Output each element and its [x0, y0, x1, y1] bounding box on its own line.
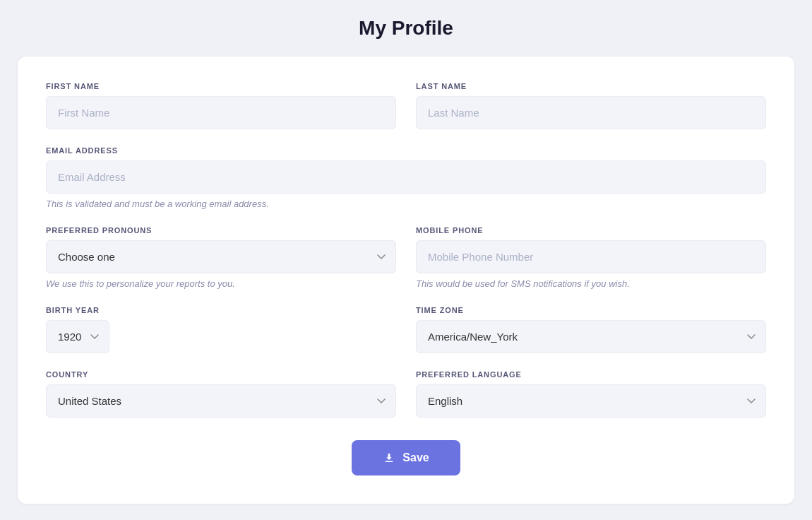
pronouns-label: PREFERRED PRONOUNS [46, 226, 396, 235]
first-name-label: FIRST NAME [46, 82, 396, 90]
email-label: EMAIL ADDRESS [46, 146, 766, 155]
email-helper: This is validated and must be a working … [46, 199, 766, 209]
name-row: FIRST NAME LAST NAME [46, 82, 766, 129]
timezone-group: TIME ZONE America/New_York America/Chica… [416, 306, 766, 353]
last-name-input[interactable] [416, 96, 766, 129]
first-name-input[interactable] [46, 96, 396, 129]
form-actions: Save [46, 440, 766, 475]
pronouns-helper: We use this to personalize your reports … [46, 278, 396, 289]
timezone-label: TIME ZONE [416, 306, 766, 314]
profile-card: FIRST NAME LAST NAME EMAIL ADDRESS This … [18, 57, 794, 504]
pronouns-group: PREFERRED PRONOUNS Choose one He/Him She… [46, 226, 396, 289]
pronouns-select[interactable]: Choose one He/Him She/Her They/Them Pref… [46, 240, 396, 273]
country-group: COUNTRY United States Canada United King… [46, 370, 396, 418]
email-row: EMAIL ADDRESS This is validated and must… [46, 146, 766, 209]
mobile-phone-label: MOBILE PHONE [416, 226, 766, 235]
save-button[interactable]: Save [352, 440, 460, 475]
country-select[interactable]: United States Canada United Kingdom Aust… [46, 384, 396, 418]
mobile-phone-helper: This would be used for SMS notifications… [416, 278, 766, 289]
email-input[interactable] [46, 160, 766, 194]
last-name-label: LAST NAME [416, 82, 766, 90]
pronouns-phone-row: PREFERRED PRONOUNS Choose one He/Him She… [46, 226, 766, 289]
email-group: EMAIL ADDRESS This is validated and must… [46, 146, 766, 209]
country-label: COUNTRY [46, 370, 396, 379]
save-button-label: Save [402, 451, 429, 464]
mobile-phone-input[interactable] [416, 240, 766, 273]
birth-year-group: BIRTH YEAR 1920 1930 1940 1950 1960 1970… [46, 306, 396, 353]
birth-year-select[interactable]: 1920 1930 1940 1950 1960 1970 1980 1990 … [46, 320, 109, 353]
language-label: PREFERRED LANGUAGE [416, 370, 766, 379]
birthyear-timezone-row: BIRTH YEAR 1920 1930 1940 1950 1960 1970… [46, 306, 766, 353]
timezone-select[interactable]: America/New_York America/Chicago America… [416, 320, 766, 353]
first-name-group: FIRST NAME [46, 82, 396, 129]
birth-year-label: BIRTH YEAR [46, 306, 396, 314]
page-title: My Profile [359, 17, 453, 40]
language-group: PREFERRED LANGUAGE English Spanish Frenc… [416, 370, 766, 418]
last-name-group: LAST NAME [416, 82, 766, 129]
language-select[interactable]: English Spanish French German Japanese P… [416, 384, 766, 418]
country-language-row: COUNTRY United States Canada United King… [46, 370, 766, 418]
mobile-phone-group: MOBILE PHONE This would be used for SMS … [416, 226, 766, 289]
save-icon [383, 451, 395, 464]
